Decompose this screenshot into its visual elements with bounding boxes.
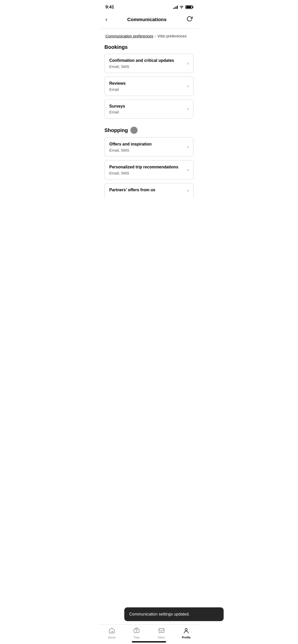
breadcrumb-current: Vrbo preferences (157, 34, 187, 38)
reviews-item[interactable]: Reviews Email › (104, 77, 194, 96)
surveys-title: Surveys (109, 104, 184, 109)
shopping-toggle[interactable] (130, 127, 138, 134)
chevron-right-icon: › (187, 168, 189, 172)
chevron-right-icon: › (187, 107, 189, 111)
chevron-right-icon: › (187, 145, 189, 149)
reviews-content: Reviews Email (109, 81, 184, 92)
shopping-section-header: Shopping (104, 127, 194, 134)
reviews-subtitle: Email (109, 87, 184, 92)
breadcrumb: Communication preferences › Vrbo prefere… (99, 29, 199, 44)
partners-offers-title: Partners' offers from us (109, 187, 184, 193)
breadcrumb-separator: › (155, 34, 156, 38)
chevron-right-icon: › (187, 61, 189, 66)
partners-offers-item[interactable]: Partners' offers from us › (104, 183, 194, 198)
personalized-trip-subtitle: Email, SMS (109, 171, 184, 175)
surveys-item[interactable]: Surveys Email › (104, 99, 194, 119)
personalized-trip-content: Personalized trip recommendations Email,… (109, 165, 184, 175)
bookings-section-header: Bookings (104, 44, 194, 50)
reviews-title: Reviews (109, 81, 184, 86)
partners-offers-content: Partners' offers from us (109, 187, 184, 194)
confirmation-updates-title: Confirmation and critical updates (109, 58, 184, 63)
refresh-button[interactable] (185, 15, 194, 24)
chevron-right-icon: › (187, 188, 189, 193)
back-button[interactable]: ‹ (104, 16, 108, 23)
offers-inspiration-content: Offers and inspiration Email, SMS (109, 142, 184, 152)
battery-icon (185, 5, 193, 9)
status-bar: 9:41 (99, 0, 199, 13)
surveys-content: Surveys Email (109, 104, 184, 114)
nav-bar: ‹ Communications (99, 13, 199, 29)
offers-inspiration-subtitle: Email, SMS (109, 148, 184, 152)
status-icons (173, 5, 193, 9)
breadcrumb-link[interactable]: Communication preferences (105, 34, 153, 38)
main-content: Bookings Confirmation and critical updat… (99, 44, 199, 231)
page-title: Communications (127, 17, 167, 22)
shopping-section-title: Shopping (104, 127, 128, 133)
offers-inspiration-item[interactable]: Offers and inspiration Email, SMS › (104, 137, 194, 157)
personalized-trip-title: Personalized trip recommendations (109, 165, 184, 170)
confirmation-updates-subtitle: Email, SMS (109, 64, 184, 69)
surveys-subtitle: Email (109, 110, 184, 114)
chevron-right-icon: › (187, 84, 189, 89)
bookings-section-title: Bookings (104, 44, 128, 50)
bookings-section: Bookings Confirmation and critical updat… (104, 44, 194, 119)
offers-inspiration-title: Offers and inspiration (109, 142, 184, 147)
status-time: 9:41 (105, 5, 114, 10)
signal-icon (173, 5, 178, 9)
personalized-trip-item[interactable]: Personalized trip recommendations Email,… (104, 160, 194, 180)
confirmation-updates-content: Confirmation and critical updates Email,… (109, 58, 184, 69)
shopping-section: Shopping Offers and inspiration Email, S… (104, 127, 194, 198)
wifi-icon (179, 5, 184, 9)
confirmation-updates-item[interactable]: Confirmation and critical updates Email,… (104, 54, 194, 73)
